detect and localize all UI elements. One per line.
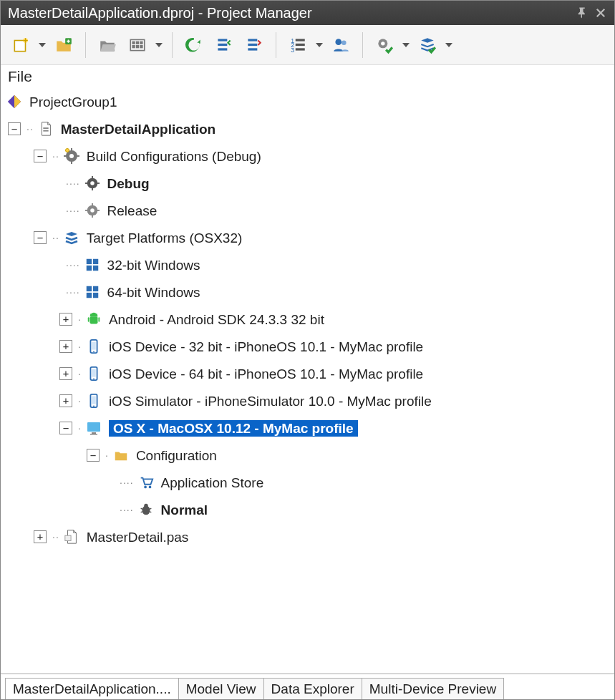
add-folder-button[interactable] bbox=[51, 32, 77, 58]
svg-rect-12 bbox=[218, 48, 227, 50]
new-project-button[interactable] bbox=[8, 32, 34, 58]
tree-node-source-file[interactable]: + ·· MasterDetail.pas bbox=[5, 523, 611, 550]
dropdown-icon[interactable] bbox=[155, 42, 163, 49]
svg-rect-27 bbox=[43, 130, 48, 132]
expander-plus-icon[interactable]: + bbox=[59, 340, 72, 353]
svg-rect-9 bbox=[140, 45, 142, 48]
svg-rect-70 bbox=[92, 432, 96, 434]
tree-node-osx[interactable]: − · OS X - MacOSX 10.12 - MyMac profile bbox=[5, 414, 611, 442]
close-icon[interactable] bbox=[594, 6, 607, 19]
dropdown-icon[interactable] bbox=[38, 42, 47, 49]
list-button[interactable]: 123 bbox=[285, 32, 311, 58]
open-folder-button[interactable] bbox=[95, 32, 120, 58]
tree-node-win64[interactable]: ···· 64-bit Windows bbox=[5, 278, 611, 306]
tree-label: Application Store bbox=[161, 476, 264, 490]
tree-node-project[interactable]: − ·· MasterDetailApplication bbox=[5, 115, 611, 142]
expand-button[interactable] bbox=[211, 32, 237, 58]
windows-icon bbox=[83, 256, 102, 274]
expander-plus-icon[interactable]: + bbox=[34, 530, 47, 543]
gear-icon bbox=[83, 174, 102, 193]
svg-point-22 bbox=[335, 39, 342, 45]
tree-node-release[interactable]: ···· Release bbox=[5, 197, 611, 224]
tree-node-ios32[interactable]: + · iOS Device - 32 bit - iPhoneOS 10.1 … bbox=[5, 333, 611, 360]
tree-node-build-configurations[interactable]: − ·· Build Configurations (Debug) bbox=[5, 142, 611, 170]
expander-minus-icon[interactable]: − bbox=[34, 150, 47, 162]
tab-project[interactable]: MasterDetailApplication.... bbox=[5, 678, 179, 699]
svg-point-25 bbox=[381, 42, 384, 45]
svg-rect-52 bbox=[92, 286, 97, 291]
svg-point-62 bbox=[93, 351, 95, 352]
tree-node-project-group[interactable]: ProjectGroup1 bbox=[5, 88, 611, 115]
tree-label: Normal bbox=[161, 503, 208, 517]
svg-point-36 bbox=[90, 181, 95, 185]
svg-text:3: 3 bbox=[291, 46, 294, 53]
tab-label: MasterDetailApplication.... bbox=[13, 681, 171, 697]
expander-plus-icon[interactable]: + bbox=[59, 394, 72, 407]
refresh-button[interactable] bbox=[181, 32, 207, 58]
tree-label: Release bbox=[107, 204, 158, 218]
tab-data-explorer[interactable]: Data Explorer bbox=[263, 678, 362, 699]
collapse-button[interactable] bbox=[241, 32, 267, 58]
svg-rect-30 bbox=[71, 148, 72, 151]
svg-point-72 bbox=[144, 486, 147, 489]
svg-rect-53 bbox=[86, 293, 91, 298]
expander-plus-icon[interactable]: + bbox=[59, 313, 72, 326]
expander-plus-icon[interactable]: + bbox=[59, 367, 72, 380]
expander-minus-icon[interactable]: − bbox=[59, 422, 72, 434]
bottom-tabs: MasterDetailApplication.... Model View D… bbox=[1, 674, 614, 699]
svg-rect-43 bbox=[92, 203, 93, 206]
svg-rect-50 bbox=[92, 266, 97, 271]
menu-file[interactable]: File bbox=[1, 65, 614, 87]
svg-rect-7 bbox=[132, 45, 135, 48]
cart-icon bbox=[137, 473, 155, 492]
tree-node-win32[interactable]: ···· 32-bit Windows bbox=[5, 251, 611, 278]
tree-node-target-platforms[interactable]: − ·· Target Platforms (OSX32) bbox=[5, 224, 611, 251]
svg-rect-11 bbox=[218, 43, 227, 45]
tree-label: iOS Simulator - iPhoneSimulator 10.0 - M… bbox=[109, 394, 432, 408]
tab-multi-device-preview[interactable]: Multi-Device Preview bbox=[362, 678, 504, 699]
svg-rect-40 bbox=[97, 183, 100, 184]
tree-node-normal[interactable]: ···· Normal bbox=[5, 496, 611, 523]
svg-rect-47 bbox=[86, 259, 91, 264]
svg-rect-8 bbox=[136, 45, 139, 48]
users-button[interactable] bbox=[328, 32, 354, 58]
dropdown-icon[interactable] bbox=[402, 42, 410, 49]
expander-minus-icon[interactable]: − bbox=[34, 231, 47, 244]
svg-rect-54 bbox=[92, 293, 97, 298]
tree-node-ios-simulator[interactable]: + · iOS Simulator - iPhoneSimulator 10.0… bbox=[5, 387, 611, 414]
project-group-icon bbox=[5, 92, 24, 111]
svg-rect-64 bbox=[92, 369, 96, 377]
layers-check-button[interactable] bbox=[415, 32, 440, 58]
tree-node-debug[interactable]: ···· Debug bbox=[5, 170, 611, 197]
svg-point-68 bbox=[93, 405, 95, 407]
svg-rect-26 bbox=[43, 127, 48, 129]
expander-minus-icon[interactable]: − bbox=[87, 449, 100, 462]
windows-icon bbox=[83, 283, 102, 301]
bug-icon bbox=[137, 500, 155, 519]
phone-icon bbox=[84, 364, 103, 383]
tree-label: Target Platforms (OSX32) bbox=[87, 231, 243, 245]
view-grid-button[interactable] bbox=[125, 32, 150, 58]
window-title: MasterDetailApplication.dproj - Project … bbox=[8, 5, 312, 21]
dropdown-icon[interactable] bbox=[315, 42, 324, 49]
tree-node-android[interactable]: + · Android - Android SDK 24.3.3 32 bit bbox=[5, 306, 611, 333]
expander-minus-icon[interactable]: − bbox=[8, 122, 21, 135]
dropdown-icon[interactable] bbox=[445, 42, 453, 49]
tree-node-ios64[interactable]: + · iOS Device - 64 bit - iPhoneOS 10.1 … bbox=[5, 360, 611, 387]
svg-rect-58 bbox=[88, 317, 89, 321]
tree-label: iOS Device - 64 bit - iPhoneOS 10.1 - My… bbox=[109, 367, 423, 381]
tree-node-configuration[interactable]: − · Configuration bbox=[5, 442, 611, 469]
svg-rect-39 bbox=[84, 183, 87, 184]
pas-file-icon bbox=[62, 528, 81, 546]
pin-icon[interactable] bbox=[576, 6, 589, 19]
tree-label: Android - Android SDK 24.3.3 32 bit bbox=[109, 313, 324, 326]
tab-model-view[interactable]: Model View bbox=[178, 678, 264, 699]
tree-label: Debug bbox=[107, 177, 150, 190]
svg-rect-67 bbox=[92, 397, 96, 404]
tree-node-app-store[interactable]: ···· Application Store bbox=[5, 469, 611, 496]
svg-rect-61 bbox=[92, 342, 96, 350]
android-icon bbox=[84, 310, 103, 329]
svg-rect-20 bbox=[296, 43, 305, 45]
gear-check-button[interactable] bbox=[372, 32, 397, 58]
svg-rect-49 bbox=[86, 266, 91, 271]
